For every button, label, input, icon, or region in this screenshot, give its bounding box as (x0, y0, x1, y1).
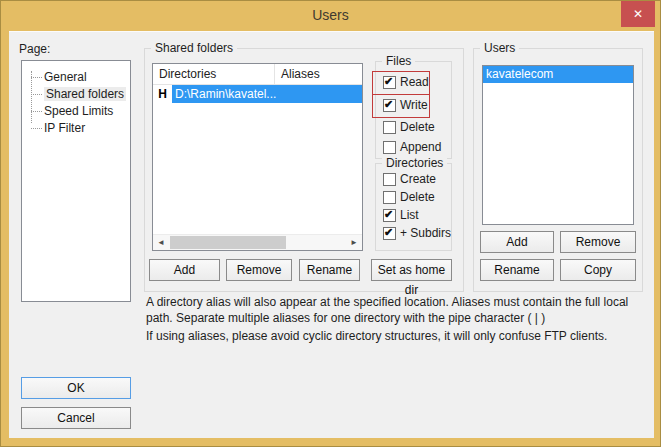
checkbox-dirs-subdirs[interactable]: + Subdirs (383, 226, 451, 243)
directory-cell: D:\Ramin\kavatel... (172, 85, 362, 103)
checkbox-icon (383, 227, 396, 240)
checkbox-icon (383, 173, 396, 186)
user-add-button[interactable]: Add (480, 231, 554, 253)
shared-folders-group-label: Shared folders (151, 41, 237, 55)
cancel-button[interactable]: Cancel (21, 407, 131, 429)
page-tree-item-general[interactable]: General (22, 69, 130, 86)
directories-group-label: Directories (382, 156, 447, 170)
checkbox-files-delete[interactable]: Delete (383, 120, 435, 137)
checkbox-files-read[interactable]: Read (383, 75, 429, 92)
tree-connector (31, 111, 42, 112)
files-group-label: Files (382, 54, 415, 68)
table-header: Directories Aliases (153, 64, 362, 85)
directories-permissions-group: Directories Create Delete List + Subdirs (375, 163, 452, 251)
home-marker: H (153, 85, 172, 103)
checkbox-icon (383, 121, 396, 134)
window-title: Users (312, 7, 349, 23)
set-as-home-dir-button[interactable]: Set as home dir (371, 259, 452, 281)
page-tree-item-ip-filter[interactable]: IP Filter (22, 120, 130, 137)
user-list-item[interactable]: kavatelecom (483, 66, 633, 83)
tree-connector (31, 77, 42, 78)
user-remove-button[interactable]: Remove (560, 231, 636, 253)
folder-rename-button[interactable]: Rename (299, 259, 360, 281)
checkbox-dirs-create[interactable]: Create (383, 172, 436, 189)
scroll-right-icon[interactable]: ► (346, 235, 362, 250)
ok-button[interactable]: OK (21, 377, 131, 399)
checkbox-files-append[interactable]: Append (383, 140, 441, 157)
folder-add-button[interactable]: Add (149, 259, 220, 281)
titlebar[interactable]: Users (1, 1, 660, 31)
checkbox-icon (383, 141, 396, 154)
close-button[interactable]: ✕ (621, 1, 655, 27)
column-header-directories[interactable]: Directories (153, 64, 275, 84)
close-icon: ✕ (633, 7, 643, 21)
checkbox-icon (383, 209, 396, 222)
checkbox-icon (383, 99, 396, 112)
page-label: Page: (19, 42, 50, 56)
page-tree-item-speed-limits[interactable]: Speed Limits (22, 103, 130, 120)
users-listbox[interactable]: kavatelecom (482, 65, 634, 225)
tree-connector (31, 94, 42, 95)
scrollbar-thumb[interactable] (170, 236, 286, 249)
tree-connector (31, 128, 42, 129)
table-row[interactable]: H D:\Ramin\kavatel... (153, 85, 362, 103)
alias-info-text: A directory alias will also appear at th… (146, 294, 642, 326)
folder-remove-button[interactable]: Remove (226, 259, 292, 281)
checkbox-dirs-list[interactable]: List (383, 208, 419, 225)
users-group: Users kavatelecom Add Remove Rename Copy (473, 48, 643, 292)
users-group-label: Users (480, 41, 519, 55)
directories-table[interactable]: Directories Aliases H D:\Ramin\kavatel..… (152, 63, 363, 251)
column-header-aliases[interactable]: Aliases (275, 64, 362, 84)
checkbox-dirs-delete[interactable]: Delete (383, 190, 435, 207)
page-tree[interactable]: General Shared folders Speed Limits IP F… (21, 60, 131, 302)
user-copy-button[interactable]: Copy (560, 259, 636, 281)
scroll-left-icon[interactable]: ◄ (153, 235, 169, 250)
page-tree-item-shared-folders[interactable]: Shared folders (22, 86, 130, 103)
checkbox-files-write[interactable]: Write (383, 98, 428, 115)
cyclic-info-text: If using aliases, please avoid cyclic di… (146, 328, 642, 344)
dialog-content: Page: General Shared folders Speed Limit… (9, 31, 654, 438)
checkbox-icon (383, 76, 396, 89)
users-dialog-window: Users ✕ Page: General Shared folders Spe… (0, 0, 661, 447)
user-rename-button[interactable]: Rename (480, 259, 554, 281)
shared-folders-group: Shared folders Directories Aliases H D:\… (144, 48, 464, 292)
files-permissions-group: Files Read Write Delete Append (375, 61, 452, 159)
horizontal-scrollbar[interactable]: ◄ ► (153, 234, 362, 250)
checkbox-icon (383, 191, 396, 204)
